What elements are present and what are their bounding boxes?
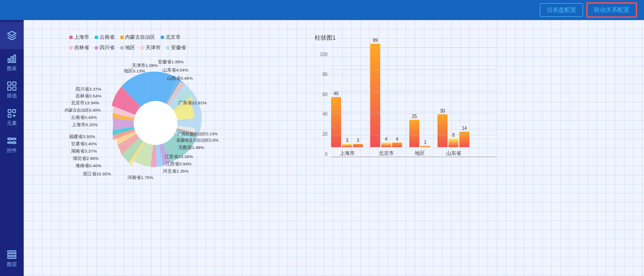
bar-dq-2 bbox=[420, 146, 430, 147]
bar-xlabel-beijing: 北京市 bbox=[379, 150, 394, 157]
bar-sh-2 bbox=[342, 144, 352, 147]
legend-jilin: 吉林省 bbox=[69, 44, 89, 51]
bar-val-dq-1: 25 bbox=[412, 114, 417, 119]
bar-wrapper-dq-1: 25 bbox=[409, 38, 419, 147]
legend-label-sichuan: 四川省 bbox=[100, 44, 115, 51]
bar-xlabel-shandong: 山东省 bbox=[446, 150, 461, 157]
svg-point-13 bbox=[9, 138, 11, 140]
legend-label-yunnan: 云南省 bbox=[100, 34, 115, 41]
control-icon bbox=[7, 136, 17, 146]
y-tick-60: 60 bbox=[315, 92, 327, 97]
bar-val-bj-1: 99 bbox=[372, 38, 377, 43]
legend-dot-beijing bbox=[161, 36, 164, 39]
bar-xlabel-diqu: 地区 bbox=[415, 150, 425, 157]
legend-dot-yunnan bbox=[95, 36, 98, 39]
svg-point-18 bbox=[134, 101, 177, 145]
legend-sichuan: 四川省 bbox=[95, 44, 115, 51]
svg-marker-0 bbox=[8, 31, 16, 36]
dashboard-config-button[interactable]: 仪表盘配置 bbox=[540, 3, 583, 17]
legend-dot-shanghai bbox=[69, 36, 73, 39]
legend-dot-tianjin bbox=[141, 46, 144, 50]
legend-label-neimenggu: 内蒙古自治区 bbox=[125, 34, 155, 41]
legend-dot-sichuan bbox=[95, 46, 98, 50]
bar-group-shanghai-bars: 46 3 3 bbox=[331, 38, 363, 147]
svg-rect-6 bbox=[8, 87, 11, 90]
element-icon bbox=[7, 108, 17, 118]
pie-legend-row2: 吉林省 四川省 地区 天津市 bbox=[69, 44, 287, 51]
svg-rect-15 bbox=[8, 251, 16, 253]
app-container: 仪表盘配置 联动关系配置 图表 bbox=[0, 0, 644, 276]
bar-val-dq-2: 1 bbox=[424, 140, 427, 145]
y-tick-20: 20 bbox=[315, 132, 327, 137]
sidebar-control-label: 控件 bbox=[7, 147, 17, 154]
legend-label-shanghai: 上海市 bbox=[74, 34, 89, 41]
legend-beijing: 北京市 bbox=[161, 34, 181, 41]
svg-rect-1 bbox=[8, 59, 10, 62]
layer-bottom-icon bbox=[7, 250, 17, 260]
y-tick-80: 80 bbox=[315, 72, 327, 77]
pie-chart-container: 天津市1.08% 安徽省1.89% 地区0.13% 山东省4.04% 山西省0.… bbox=[69, 55, 287, 200]
bar-wrapper-sd-2: 8 bbox=[448, 38, 458, 147]
linkage-config-button[interactable]: 联动关系配置 bbox=[587, 3, 637, 17]
legend-dot-neimenggu bbox=[120, 36, 124, 39]
legend-diqu: 地区 bbox=[120, 44, 135, 51]
sidebar: 图表 筛选 元素 bbox=[0, 20, 24, 276]
sidebar-item-filter[interactable]: 筛选 bbox=[0, 77, 24, 104]
bar-val-sd-1: 30 bbox=[440, 108, 445, 113]
bar-val-sh-2: 3 bbox=[346, 138, 348, 143]
sidebar-layer-label: 图层 bbox=[7, 261, 17, 268]
bar-wrapper-sd-1: 30 bbox=[438, 38, 448, 147]
bar-sh-1 bbox=[331, 97, 341, 147]
sidebar-filter-label: 筛选 bbox=[7, 92, 17, 99]
bar-sd-1 bbox=[438, 114, 448, 147]
sidebar-item-layers[interactable] bbox=[0, 22, 24, 49]
bar-sh-3 bbox=[353, 144, 363, 147]
sidebar-chart-label: 图表 bbox=[7, 65, 17, 72]
svg-rect-9 bbox=[13, 110, 15, 112]
legend-label-beijing: 北京市 bbox=[166, 34, 181, 41]
chart-icon bbox=[7, 54, 17, 64]
bar-group-beijing: 99 4 4 bbox=[370, 38, 402, 157]
bar-wrapper-sd-3: 14 bbox=[459, 38, 469, 147]
bar-y-axis: 0 20 40 60 80 100 bbox=[315, 47, 327, 157]
bar-group-diqu: 25 1 地区 bbox=[409, 38, 430, 157]
legend-yunnan: 云南省 bbox=[95, 34, 115, 41]
legend-label-jilin: 吉林省 bbox=[74, 44, 89, 51]
svg-point-14 bbox=[13, 142, 15, 144]
grid-line-0 bbox=[331, 157, 497, 157]
sidebar-item-chart[interactable]: 图表 bbox=[0, 49, 24, 77]
y-tick-100: 100 bbox=[315, 52, 327, 57]
bar-chart-wrapper: 0 20 40 60 80 100 bbox=[315, 47, 497, 157]
bar-wrapper-sh-1: 46 bbox=[331, 38, 341, 147]
legend-label-anhui: 安徽省 bbox=[171, 44, 186, 51]
legend-label-tianjin: 天津市 bbox=[146, 44, 161, 51]
main-layout: 图表 筛选 元素 bbox=[0, 20, 644, 276]
sidebar-item-layer[interactable]: 图层 bbox=[0, 245, 24, 272]
y-tick-0: 0 bbox=[315, 152, 327, 157]
bar-xlabel-shanghai: 上海市 bbox=[340, 150, 355, 157]
bar-wrapper-sh-2: 3 bbox=[342, 38, 352, 147]
pie-section: 上海市 云南省 内蒙古自治区 北京市 bbox=[69, 34, 287, 200]
legend-shanghai: 上海市 bbox=[69, 34, 89, 41]
svg-rect-4 bbox=[8, 82, 11, 85]
bar-group-diqu-bars: 25 1 bbox=[409, 38, 430, 147]
bar-bj-3 bbox=[392, 143, 402, 147]
legend-dot-jilin bbox=[69, 46, 73, 50]
svg-rect-2 bbox=[11, 56, 13, 62]
svg-rect-7 bbox=[13, 87, 16, 90]
bar-wrapper-bj-2: 4 bbox=[381, 38, 391, 147]
sidebar-item-element[interactable]: 元素 bbox=[0, 104, 24, 131]
layers-icon bbox=[7, 31, 17, 41]
svg-rect-10 bbox=[8, 114, 11, 117]
bar-sd-2 bbox=[448, 138, 458, 147]
svg-rect-5 bbox=[13, 82, 16, 85]
filter-icon bbox=[7, 81, 17, 91]
bar-chart-area: 46 3 3 bbox=[331, 47, 497, 157]
svg-rect-16 bbox=[8, 254, 16, 256]
bar-val-sd-2: 8 bbox=[452, 133, 455, 138]
legend-dot-anhui bbox=[166, 46, 170, 50]
bar-sd-3 bbox=[459, 132, 469, 147]
sidebar-item-control[interactable]: 控件 bbox=[0, 131, 24, 158]
bar-wrapper-bj-1: 99 bbox=[370, 38, 380, 147]
legend-label-diqu: 地区 bbox=[125, 44, 135, 51]
